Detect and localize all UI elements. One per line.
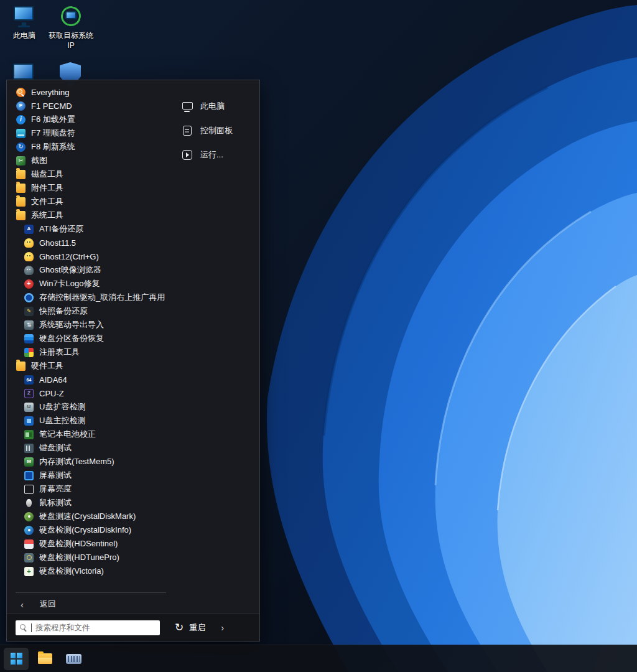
ghost-icon — [24, 238, 34, 248]
menu-item-label: 屏幕测试 — [39, 470, 72, 481]
system-tools-list: ATI备份还原 Ghost11.5 Ghost12(Ctrl+G) Ghost映… — [7, 222, 170, 359]
taskbar — [0, 645, 637, 672]
menu-top-list: Everything F1 PECMD F6 加载外置 F7 理顺盘符 F8 刷… — [7, 85, 170, 222]
start-menu: Everything F1 PECMD F6 加载外置 F7 理顺盘符 F8 刷… — [6, 80, 260, 642]
folder-icon — [16, 362, 26, 371]
menu-item-label: 键盘测试 — [39, 442, 72, 454]
search-box[interactable] — [16, 620, 160, 635]
menu-item-label: CPU-Z — [39, 389, 64, 398]
ghost-browser-icon — [24, 266, 34, 275]
menu-item-label: Everything — [31, 88, 69, 97]
menu-item-label: 硬件工具 — [31, 360, 63, 371]
menu-item-label: 硬盘检测(HDTunePro) — [39, 552, 119, 563]
menu-item[interactable]: ATI备份还原 — [7, 222, 170, 236]
brightness-icon — [24, 485, 34, 494]
menu-item[interactable]: F8 刷新系统 — [7, 140, 170, 154]
back-label: 返回 — [40, 599, 56, 610]
menu-item-label: 系统工具 — [31, 210, 63, 221]
menu-item[interactable]: 屏幕亮度 — [7, 482, 170, 496]
menu-item-label: 磁盘工具 — [31, 169, 63, 180]
menu-item[interactable]: Win7卡Logo修复 — [7, 277, 170, 291]
menu-item[interactable]: F6 加载外置 — [7, 113, 170, 126]
menu-item[interactable]: 存储控制器驱动_取消右上推广再用 — [7, 291, 170, 304]
menu-item[interactable]: 附件工具 — [7, 181, 170, 195]
menu-item-label: Ghost12(Ctrl+G) — [39, 252, 99, 261]
menu-item-label: 此电脑 — [200, 101, 225, 112]
menu-item[interactable]: 键盘测试 — [7, 441, 170, 455]
desktop-icon-this-pc[interactable]: 此电脑 — [0, 5, 49, 41]
menu-item[interactable]: CPU-Z — [7, 386, 170, 400]
menu-item[interactable]: 文件工具 — [7, 195, 170, 208]
menu-item[interactable]: 系统工具 — [7, 208, 170, 222]
menu-item[interactable]: 系统驱动导出导入 — [7, 318, 170, 332]
menu-item[interactable]: Ghost映像浏览器 — [7, 263, 170, 277]
restart-button[interactable]: ↻ 重启 › — [175, 622, 224, 633]
driver-icon — [24, 293, 34, 302]
menu-item-label: U盘扩容检测 — [39, 401, 85, 413]
memtest-icon — [24, 457, 34, 467]
run-icon — [181, 149, 193, 161]
menu-item[interactable]: 屏幕测试 — [7, 469, 170, 482]
menu-item[interactable]: Ghost12(Ctrl+G) — [7, 250, 170, 263]
menu-item[interactable]: 硬盘测速(CrystalDiskMark) — [7, 510, 170, 523]
this-pc-icon — [11, 5, 38, 29]
registry-icon — [24, 348, 34, 357]
menu-item-label: F1 PECMD — [31, 101, 72, 111]
ghost-icon — [24, 252, 34, 261]
menu-item[interactable]: 硬盘检测(HDSentinel) — [7, 537, 170, 551]
menu-bottom-bar: ↻ 重启 › — [7, 614, 259, 641]
on-screen-keyboard-button[interactable] — [61, 648, 86, 670]
menu-item-this-pc[interactable]: 此电脑 — [174, 94, 259, 118]
menu-item[interactable]: 硬盘检测(CrystalDiskInfo) — [7, 523, 170, 537]
menu-item[interactable]: 硬盘分区备份恢复 — [7, 332, 170, 345]
menu-item-label: 快照备份还原 — [39, 306, 88, 317]
partial-computer-icon[interactable] — [13, 63, 34, 80]
menu-item[interactable]: Everything — [7, 85, 170, 99]
menu-item-label: F7 理顺盘符 — [31, 128, 75, 139]
menu-item[interactable]: Ghost11.5 — [7, 236, 170, 250]
snapshot-icon — [24, 307, 34, 316]
file-explorer-button[interactable] — [32, 648, 57, 670]
menu-item[interactable]: U盘主控检测 — [7, 414, 170, 427]
menu-item-label: F8 刷新系统 — [31, 141, 75, 152]
text-caret — [31, 623, 32, 632]
menu-item[interactable]: F1 PECMD — [7, 99, 170, 113]
desktop-icon-get-target-ip[interactable]: 获取目标系统IP — [47, 5, 95, 50]
menu-item[interactable]: 笔记本电池校正 — [7, 427, 170, 441]
menu-item[interactable]: F7 理顺盘符 — [7, 126, 170, 140]
menu-item-hardware-tools[interactable]: 硬件工具 — [7, 359, 170, 373]
menu-item-control-panel[interactable]: 控制面板 — [174, 118, 259, 142]
everything-icon — [16, 88, 26, 97]
menu-item-label: 附件工具 — [31, 182, 63, 194]
start-button[interactable] — [4, 648, 29, 670]
search-input[interactable] — [35, 623, 156, 632]
menu-item[interactable]: 注册表工具 — [7, 345, 170, 359]
menu-item[interactable]: U盘扩容检测 — [7, 400, 170, 414]
menu-item[interactable]: 磁盘工具 — [7, 167, 170, 181]
menu-item-run[interactable]: 运行... — [174, 142, 259, 167]
menu-item[interactable]: AIDA64 — [7, 373, 170, 386]
keyboard-test-icon — [24, 444, 34, 453]
menu-item[interactable]: 内存测试(TestMem5) — [7, 455, 170, 469]
cdi-icon — [24, 526, 34, 535]
menu-item[interactable]: 硬盘检测(HDTunePro) — [7, 551, 170, 564]
menu-item[interactable]: 鼠标测试 — [7, 496, 170, 510]
cdm-icon — [24, 512, 34, 521]
menu-item-label: 控制面板 — [200, 125, 233, 136]
hdsentinel-icon — [24, 539, 34, 549]
chevron-right-icon[interactable]: › — [221, 622, 224, 633]
menu-item[interactable]: 快照备份还原 — [7, 304, 170, 318]
keyboard-icon — [66, 654, 81, 664]
menu-item-label: 存储控制器驱动_取消右上推广再用 — [39, 292, 165, 303]
usb-chip-icon — [24, 416, 34, 426]
menu-item-label: 鼠标测试 — [39, 497, 72, 508]
menu-item-label: 文件工具 — [31, 196, 63, 207]
back-button[interactable]: ‹ 返回 — [16, 592, 166, 610]
menu-item[interactable]: 硬盘检测(Victoria) — [7, 564, 170, 578]
menu-item-label: Ghost映像浏览器 — [39, 264, 101, 276]
menu-item[interactable]: 截图 — [7, 154, 170, 167]
menu-item-label: 注册表工具 — [39, 347, 80, 358]
desktop-icon-label: 此电脑 — [0, 30, 49, 41]
partition-icon — [24, 334, 34, 343]
menu-item-label: 硬盘检测(CrystalDiskInfo) — [39, 525, 131, 536]
